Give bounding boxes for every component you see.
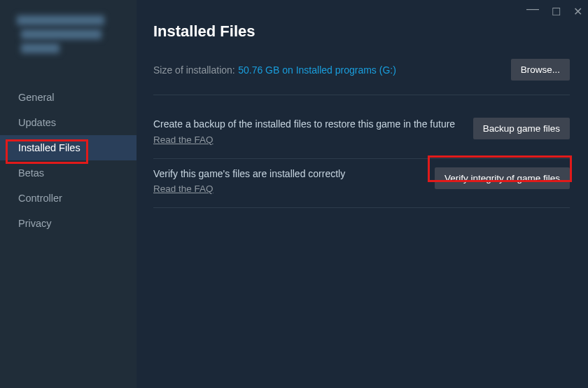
backup-button[interactable]: Backup game files [473, 118, 570, 139]
sidebar-item-privacy[interactable]: Privacy [0, 211, 136, 236]
sidebar-nav: General Updates Installed Files Betas Co… [0, 85, 136, 236]
backup-description: Create a backup of the installed files t… [153, 118, 459, 132]
size-label: Size of installation: [153, 64, 235, 76]
verify-description: Verify this game's files are installed c… [153, 167, 421, 181]
backup-row: Create a backup of the installed files t… [153, 109, 570, 159]
close-button[interactable]: ✕ [573, 5, 582, 18]
game-title [0, 15, 136, 68]
maximize-button[interactable]: ☐ [552, 6, 561, 18]
size-location-link[interactable]: 50.76 GB on Installed programs (G:) [238, 64, 396, 76]
sidebar-item-updates[interactable]: Updates [0, 110, 136, 135]
backup-faq-link[interactable]: Read the FAQ [153, 134, 214, 145]
verify-row: Verify this game's files are installed c… [153, 159, 570, 209]
window-controls: — ☐ ✕ [526, 4, 582, 19]
page-title: Installed Files [153, 22, 570, 41]
main-panel: Installed Files Size of installation: 50… [136, 0, 588, 388]
sidebar-item-installed-files[interactable]: Installed Files [0, 135, 136, 160]
verify-button[interactable]: Verify integrity of game files [435, 167, 570, 189]
sidebar-item-general[interactable]: General [0, 85, 136, 110]
minimize-button[interactable]: — [526, 1, 539, 16]
sidebar: General Updates Installed Files Betas Co… [0, 0, 136, 388]
sidebar-item-betas[interactable]: Betas [0, 160, 136, 186]
installation-size-row: Size of installation: 50.76 GB on Instal… [153, 59, 570, 95]
verify-faq-link[interactable]: Read the FAQ [153, 183, 214, 194]
browse-button[interactable]: Browse... [511, 59, 570, 81]
sidebar-item-controller[interactable]: Controller [0, 186, 136, 211]
